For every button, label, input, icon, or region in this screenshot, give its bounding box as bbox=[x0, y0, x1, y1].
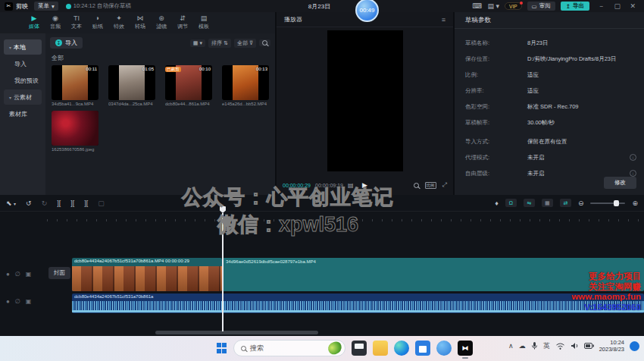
wifi-icon[interactable] bbox=[555, 342, 565, 350]
sidebar-item-import[interactable]: 导入 bbox=[4, 56, 42, 71]
select-tool-button[interactable]: ⬉ ▾ bbox=[6, 199, 16, 207]
tab-adjust[interactable]: ⇵调节 bbox=[177, 15, 188, 30]
info-icon[interactable]: i bbox=[630, 170, 636, 177]
window-controls[interactable]: － ▢ ✕ bbox=[598, 2, 639, 11]
search-button[interactable] bbox=[259, 39, 270, 46]
play-button[interactable]: ▶ bbox=[362, 181, 367, 189]
tray-chevron-icon[interactable]: ∧ bbox=[508, 342, 514, 350]
timeline-zoom-slider[interactable] bbox=[590, 202, 625, 204]
ratio-button[interactable]: 比例 bbox=[425, 182, 436, 189]
param-label: 草稿帧率: bbox=[465, 119, 527, 127]
sidebar-item-library[interactable]: 素材库 bbox=[4, 106, 42, 121]
media-item[interactable]: 01:05 0347d4da...25ca.MP4 bbox=[108, 65, 155, 106]
ime-indicator[interactable]: 英 bbox=[543, 341, 550, 351]
video-thumbnail[interactable]: 00:11 bbox=[52, 65, 98, 100]
export-button[interactable]: ↥ 导出 bbox=[561, 2, 589, 11]
track-lock-icon[interactable]: ▣ bbox=[26, 298, 32, 305]
track-mute-icon[interactable]: ∅ bbox=[15, 271, 20, 278]
track-toggle-icon[interactable]: ● bbox=[6, 271, 10, 278]
review-button[interactable]: ▭ 审阅 bbox=[527, 2, 555, 11]
track-toggle-icon[interactable]: ● bbox=[6, 298, 10, 305]
audio-track[interactable]: dcb80e4434a24067b51cf531a70b861a bbox=[72, 294, 644, 313]
shortcut-keys-icon[interactable]: ⌨ bbox=[473, 2, 483, 10]
tab-label: 转场 bbox=[135, 23, 145, 30]
timeline-zoom-in-icon[interactable]: ⊕ bbox=[632, 199, 638, 207]
fullscreen-icon[interactable]: ⤢ bbox=[442, 181, 447, 189]
media-group-label[interactable]: 全部 bbox=[52, 54, 275, 62]
redo-button[interactable]: ↻ bbox=[42, 199, 48, 207]
jianying-taskbar-icon[interactable]: ⧓ bbox=[458, 341, 473, 356]
media-item[interactable]: 00:11 34d5ba41...9ca.MP4 bbox=[52, 65, 98, 106]
crop-button[interactable]: ▢ bbox=[98, 199, 105, 207]
menu-button[interactable]: 菜单 ▾ bbox=[34, 2, 58, 11]
vip-badge[interactable]: VIP bbox=[505, 2, 521, 10]
tray-date: 2023/8/23 bbox=[599, 346, 624, 353]
media-item[interactable]: 已裁剪00:10 dcb80e44...861a.MP4 bbox=[165, 65, 212, 106]
sidebar-item-cloud[interactable]: ▾云素材 bbox=[4, 89, 42, 105]
tray-time: 10:24 bbox=[599, 339, 624, 346]
notification-badge[interactable] bbox=[630, 341, 639, 351]
tab-audio[interactable]: ◉音频 bbox=[50, 15, 61, 30]
import-button[interactable]: ↧ 导入 bbox=[50, 37, 83, 49]
player-menu-icon[interactable]: ≡ bbox=[442, 16, 445, 24]
sidebar-item-presets[interactable]: 我的预设 bbox=[4, 73, 42, 88]
preview-axis-toggle[interactable]: ▦ bbox=[542, 199, 553, 207]
volume-icon[interactable] bbox=[571, 342, 579, 350]
sort-button[interactable]: 排序⇅ bbox=[208, 39, 231, 48]
video-clip-1[interactable]: dcb80e4434a24067b51cf531a70b861a.MP4 00:… bbox=[72, 258, 222, 291]
preview-screen[interactable] bbox=[327, 30, 403, 171]
video-thumbnail[interactable]: 已裁剪00:10 bbox=[165, 65, 212, 100]
edge-browser-icon[interactable] bbox=[394, 341, 409, 356]
tab-sticker[interactable]: ◗贴纸 bbox=[92, 15, 103, 30]
layout-panel-icon[interactable]: ▤ ▾ bbox=[488, 2, 500, 10]
tab-transition[interactable]: ⋈转场 bbox=[135, 15, 145, 30]
preview-quality-icon[interactable]: ▤ bbox=[348, 182, 354, 189]
app-icon[interactable] bbox=[436, 341, 452, 356]
video-thumbnail[interactable]: 00:13 bbox=[222, 65, 269, 100]
link-toggle[interactable]: ⇋ bbox=[524, 199, 535, 207]
filter-button[interactable]: 全部⊽ bbox=[234, 39, 256, 48]
auto-fit-toggle[interactable]: ⇄ bbox=[560, 199, 571, 207]
tab-text[interactable]: TI文本 bbox=[71, 15, 82, 30]
view-mode-button[interactable]: ▦▾ bbox=[190, 39, 205, 47]
track-lock-icon[interactable]: ▣ bbox=[26, 271, 32, 278]
modify-button[interactable]: 修改 bbox=[604, 177, 636, 189]
split-right-button[interactable]: ][ bbox=[84, 199, 88, 207]
video-thumbnail[interactable]: 01:05 bbox=[108, 65, 155, 100]
record-voice-button[interactable]: ♦ bbox=[495, 199, 499, 207]
sidebar-item-local[interactable]: ▾本地 bbox=[4, 39, 42, 55]
effect-icon: ✦ bbox=[116, 15, 122, 22]
timeline-zoom-out-icon[interactable]: ⊖ bbox=[578, 199, 584, 207]
clock[interactable]: 10:24 2023/8/23 bbox=[599, 339, 624, 353]
slider-knob[interactable] bbox=[614, 200, 619, 206]
draft-params-panel: 草稿参数 草稿名称:8月23日 保存位置:D:/剪映/JianyingPro D… bbox=[455, 12, 644, 195]
tab-template[interactable]: ▤模板 bbox=[199, 15, 209, 30]
start-button[interactable] bbox=[217, 343, 227, 353]
param-label: 导入方式: bbox=[465, 138, 527, 146]
image-thumbnail[interactable] bbox=[52, 111, 98, 146]
onedrive-cloud-icon[interactable]: ☁ bbox=[519, 342, 526, 350]
split-left-button[interactable]: ][ bbox=[70, 199, 74, 207]
info-icon[interactable]: i bbox=[630, 154, 636, 161]
playhead[interactable] bbox=[222, 213, 224, 331]
taskbar-search[interactable]: 搜索 bbox=[233, 340, 345, 356]
track-mute-icon[interactable]: ∅ bbox=[15, 298, 20, 305]
battery-icon[interactable] bbox=[584, 343, 594, 349]
file-explorer-icon[interactable] bbox=[373, 341, 388, 356]
microsoft-store-icon[interactable] bbox=[415, 341, 430, 356]
param-row: 色彩空间:标准 SDR - Rec.709 bbox=[455, 99, 644, 115]
tab-filter[interactable]: ⊛滤镜 bbox=[156, 15, 167, 30]
horizontal-scrollbar[interactable] bbox=[155, 331, 318, 334]
magnet-toggle[interactable]: Ω bbox=[505, 199, 517, 207]
cover-button[interactable]: 封面 bbox=[48, 267, 70, 279]
microphone-icon[interactable] bbox=[531, 341, 538, 350]
zoom-preview-icon[interactable] bbox=[414, 183, 419, 188]
time-ruler[interactable] bbox=[47, 212, 644, 221]
undo-button[interactable]: ↺ bbox=[26, 199, 32, 207]
media-item[interactable]: 1625386670586.jpeg bbox=[52, 111, 98, 152]
media-item[interactable]: 00:13 e145a26d...bb52.MP4 bbox=[222, 65, 269, 106]
split-button[interactable]: ][ bbox=[57, 199, 61, 207]
task-view-button[interactable] bbox=[352, 341, 367, 356]
tab-media[interactable]: ▶媒体 bbox=[29, 15, 39, 30]
tab-effect[interactable]: ✦特效 bbox=[114, 15, 124, 30]
